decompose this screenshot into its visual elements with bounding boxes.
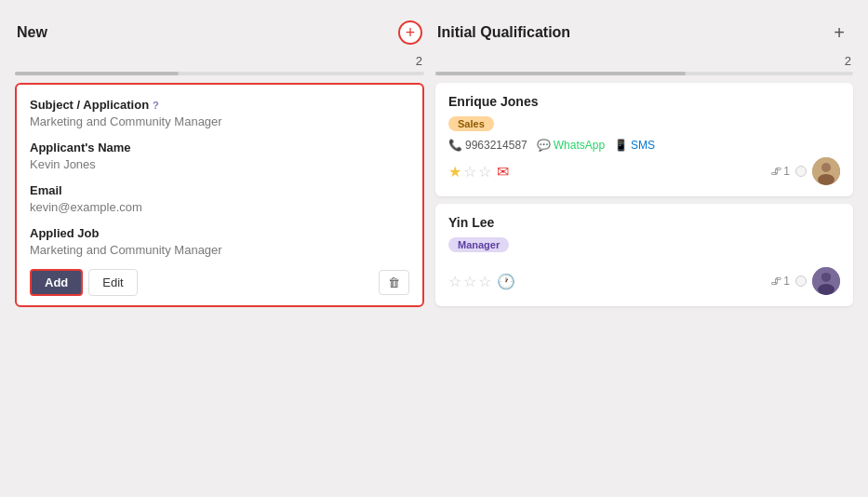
svg-point-2 xyxy=(818,174,835,185)
email-field: Email kevin@example.com xyxy=(30,183,409,215)
rating-area-yin: ☆ ☆ ☆ 🕐 xyxy=(448,273,515,290)
stars-enrique: ★ ☆ ☆ xyxy=(448,163,491,181)
card-enrique[interactable]: Enrique Jones Sales 📞 9963214587 💬 Whats… xyxy=(435,83,853,196)
attachment-count-yin: 🖇 1 xyxy=(770,275,790,288)
star-2[interactable]: ☆ xyxy=(463,163,476,181)
phone-number: 9963214587 xyxy=(465,139,527,152)
new-progress-track xyxy=(15,72,424,75)
add-new-button[interactable]: + xyxy=(398,20,422,45)
avatar-yin xyxy=(812,267,840,295)
applied-job-label: Applied Job xyxy=(30,226,409,240)
badge-manager: Manager xyxy=(448,237,509,252)
new-column-count: 2 xyxy=(15,54,424,68)
email-icon-enrique[interactable]: ✉ xyxy=(497,163,509,181)
svg-point-5 xyxy=(818,284,835,295)
new-column-header: New + xyxy=(15,15,424,50)
card-footer-yin: ☆ ☆ ☆ 🕐 🖇 1 xyxy=(448,267,840,295)
applicant-label: Applicant's Name xyxy=(30,141,409,154)
email-value: kevin@example.com xyxy=(30,199,409,215)
avatar-img-enrique xyxy=(812,157,840,185)
subject-field: Subject / Application ? Marketing and Co… xyxy=(30,98,409,129)
phone-icon: 📞 xyxy=(448,139,462,152)
initial-column-title: Initial Qualification xyxy=(437,24,570,41)
initial-qualification-column: Initial Qualification + 2 Enrique Jones … xyxy=(435,15,853,482)
new-column-title: New xyxy=(17,24,47,41)
sms-item[interactable]: 📱 SMS xyxy=(614,139,655,152)
card-meta-enrique: 🖇 1 xyxy=(770,157,840,185)
add-button[interactable]: Add xyxy=(30,269,83,296)
new-progress-fill xyxy=(15,72,179,75)
subject-help-icon[interactable]: ? xyxy=(153,100,159,111)
initial-progress-fill xyxy=(435,72,686,75)
svg-point-1 xyxy=(821,163,831,172)
avatar-enrique xyxy=(812,157,840,185)
edit-button[interactable]: Edit xyxy=(88,269,137,296)
new-card-form: Subject / Application ? Marketing and Co… xyxy=(15,83,424,307)
card-contact-enrique: 📞 9963214587 💬 WhatsApp 📱 SMS xyxy=(448,139,840,152)
sms-icon: 📱 xyxy=(614,139,628,152)
subject-label: Subject / Application ? xyxy=(30,98,409,112)
applicant-value: Kevin Jones xyxy=(30,156,409,172)
plus-icon-initial: + xyxy=(834,22,845,44)
clock-icon-yin: 🕐 xyxy=(497,273,515,290)
star-yin-3[interactable]: ☆ xyxy=(478,273,491,290)
star-yin-1[interactable]: ☆ xyxy=(448,273,461,290)
whatsapp-item[interactable]: 💬 WhatsApp xyxy=(537,139,605,152)
initial-column-count: 2 xyxy=(435,54,853,68)
avatar-img-yin xyxy=(812,267,840,295)
star-yin-2[interactable]: ☆ xyxy=(463,273,476,290)
new-column: New + 2 Subject / Application ? Marketin… xyxy=(15,15,424,482)
card-meta-yin: 🖇 1 xyxy=(770,267,840,295)
initial-column-header: Initial Qualification + xyxy=(435,15,853,50)
email-label: Email xyxy=(30,183,409,197)
badge-sales: Sales xyxy=(448,116,494,131)
card-name-yin: Yin Lee xyxy=(448,215,840,230)
svg-rect-6 xyxy=(821,274,831,278)
star-3[interactable]: ☆ xyxy=(478,163,491,181)
status-dot-enrique xyxy=(795,166,807,177)
card-yin[interactable]: Yin Lee Manager ☆ ☆ ☆ 🕐 🖇 1 xyxy=(435,204,853,306)
phone-item: 📞 9963214587 xyxy=(448,139,527,152)
star-1[interactable]: ★ xyxy=(448,163,461,181)
add-initial-button[interactable]: + xyxy=(827,20,851,45)
stars-yin: ☆ ☆ ☆ xyxy=(448,273,491,290)
delete-button[interactable]: 🗑 xyxy=(379,270,409,295)
applicant-field: Applicant's Name Kevin Jones xyxy=(30,141,409,172)
paperclip-icon: 🖇 xyxy=(770,165,781,178)
card-footer-enrique: ★ ☆ ☆ ✉ 🖇 1 xyxy=(448,157,840,185)
attachment-count-enrique: 🖇 1 xyxy=(770,165,790,178)
rating-area: ★ ☆ ☆ ✉ xyxy=(448,163,509,181)
card-name-enrique: Enrique Jones xyxy=(448,94,840,109)
whatsapp-icon: 💬 xyxy=(537,139,551,152)
trash-icon: 🗑 xyxy=(388,275,400,289)
plus-icon: + xyxy=(406,24,416,41)
whatsapp-label: WhatsApp xyxy=(554,139,605,152)
paperclip-icon-yin: 🖇 xyxy=(770,275,781,288)
applied-job-field: Applied Job Marketing and Community Mana… xyxy=(30,226,409,258)
subject-value: Marketing and Community Manager xyxy=(30,114,409,129)
form-actions: Add Edit 🗑 xyxy=(30,269,409,296)
initial-progress-track xyxy=(435,72,853,75)
form-actions-left: Add Edit xyxy=(30,269,138,296)
sms-label: SMS xyxy=(631,139,655,152)
status-dot-yin xyxy=(795,275,807,287)
applied-job-value: Marketing and Community Manager xyxy=(30,242,409,258)
